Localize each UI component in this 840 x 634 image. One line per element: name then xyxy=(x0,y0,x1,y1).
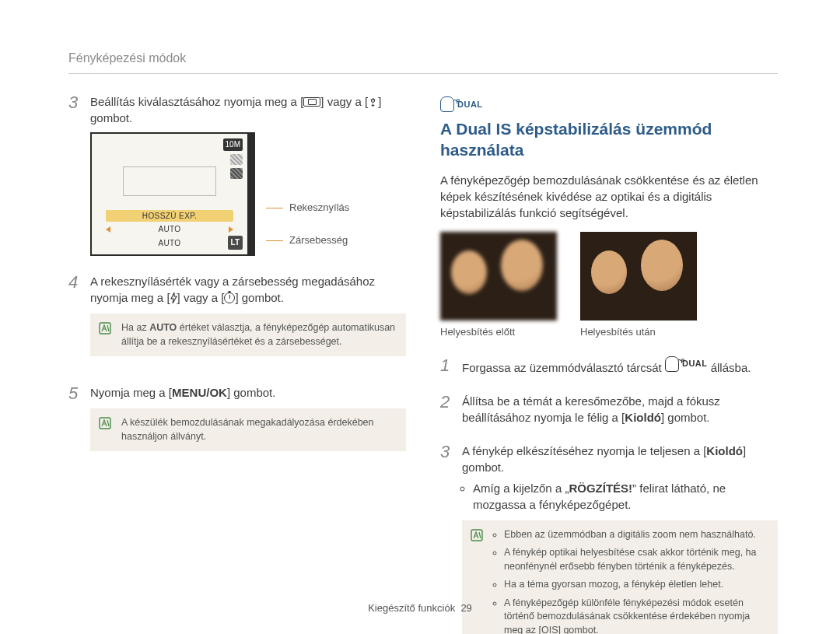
intro-text: A fényképezőgép bemozdulásának csökkenté… xyxy=(440,172,778,221)
footer-label: Kiegészítő funkciók xyxy=(368,602,455,614)
macro-icon xyxy=(368,97,378,107)
text: ] vagy a [ xyxy=(177,291,225,304)
text: Amíg a kijelzőn a „ xyxy=(473,482,569,495)
aperture-value: AUTO xyxy=(159,224,181,235)
before-label: Helyesbítés előtt xyxy=(440,325,557,339)
hand-icon xyxy=(665,356,679,372)
callout-leaders: Rekesznyílás Zársebesség xyxy=(266,132,349,247)
leader-aperture: Rekesznyílás xyxy=(266,201,349,215)
hand-icon xyxy=(440,96,454,112)
text: ] gombot. xyxy=(227,386,276,399)
after-image: Helyesbítés után xyxy=(580,232,697,339)
page-number: 29 xyxy=(460,602,471,614)
step-4: 4 A rekesznyílásérték vagy a zársebesség… xyxy=(68,273,406,370)
note-item: Ebben az üzemmódban a digitális zoom nem… xyxy=(504,528,768,542)
sub-bullets: Amíg a kijelzőn a „RÖGZÍTÉS!” felirat lá… xyxy=(462,480,778,513)
text: Beállítás kiválasztásához nyomja meg a [ xyxy=(90,95,303,108)
flash-icon xyxy=(170,292,177,303)
text-bold: AUTO xyxy=(149,322,177,333)
menu-ok-label: MENU/OK xyxy=(172,386,227,399)
step-number: 5 xyxy=(68,384,82,465)
shutter-row: AUTO xyxy=(106,237,233,250)
r-step-2-text: Állítsa be a témát a keresőmezőbe, majd … xyxy=(462,393,778,426)
sub-bullet: Amíg a kijelzőn a „RÖGZÍTÉS!” felirat lá… xyxy=(473,480,778,513)
quality-icon-2 xyxy=(230,168,243,179)
shutter-key: Kioldó xyxy=(706,444,743,457)
capturing-label: RÖGZÍTÉS! xyxy=(569,482,632,495)
divider xyxy=(68,73,778,74)
lcd-illustration: 10M HOSSZÚ EXP. AUTO xyxy=(90,132,406,256)
arrow-right-icon xyxy=(229,226,233,233)
resolution-badge: 10M xyxy=(223,138,243,151)
step-5: 5 Nyomja meg a [MENU/OK] gombot. A készü… xyxy=(68,384,406,465)
note-auto: Ha az AUTO értéket választja, a fényképe… xyxy=(90,313,406,356)
note-icon xyxy=(98,416,112,430)
shutter-value: AUTO xyxy=(159,238,181,249)
left-steps: 3 Beállítás kiválasztásához nyomja meg a… xyxy=(68,93,406,465)
right-column: DUAL A Dual IS képstabilizálás üzemmód h… xyxy=(440,93,778,580)
step-5-text: Nyomja meg a [MENU/OK] gombot. xyxy=(90,384,406,401)
thumb-after xyxy=(580,232,697,321)
shutter-key: Kioldó xyxy=(625,411,661,424)
breadcrumb: Fényképezési módok xyxy=(68,50,186,67)
note-dual-is: Ebben az üzemmódban a digitális zoom nem… xyxy=(462,520,778,634)
thumb-before xyxy=(440,232,557,321)
left-column: 3 Beállítás kiválasztásához nyomja meg a… xyxy=(68,93,406,580)
r-step-3-text: A fénykép elkészítéséhez nyomja le telje… xyxy=(462,443,778,475)
note-tripod: A készülék bemozdulásának megakadályozás… xyxy=(90,408,406,451)
right-steps: 1 Forgassa az üzemmódválasztó tárcsát DU… xyxy=(440,356,778,634)
step-number: 1 xyxy=(440,356,454,379)
dual-label: DUAL xyxy=(457,99,483,110)
section-heading: DUAL A Dual IS képstabilizálás üzemmód h… xyxy=(440,96,778,161)
step-4-text: A rekesznyílásérték vagy a zársebesség m… xyxy=(90,273,406,306)
mode-label: HOSSZÚ EXP. xyxy=(106,210,233,222)
text: ] vagy a [ xyxy=(320,95,368,108)
dual-mode-icon-inline: DUAL xyxy=(665,356,708,372)
lt-badge: LT xyxy=(228,236,243,250)
dual-label: DUAL xyxy=(682,358,708,370)
text: Nyomja meg a [ xyxy=(90,386,172,399)
note-item: A fénykép optikai helyesbítése csak akko… xyxy=(504,546,768,573)
text: Forgassa az üzemmódválasztó tárcsát xyxy=(462,361,665,374)
step-3: 3 Beállítás kiválasztásához nyomja meg a… xyxy=(68,93,406,259)
focus-frame xyxy=(123,166,216,196)
note-icon xyxy=(98,321,112,335)
note-text: A készülék bemozdulásának megakadályozás… xyxy=(121,417,374,442)
lcd-screen: 10M HOSSZÚ EXP. AUTO xyxy=(90,132,255,256)
text: ] gombot. xyxy=(661,411,710,424)
text: ] gombot. xyxy=(235,291,284,304)
timer-icon xyxy=(224,292,235,303)
leader-shutter: Zársebesség xyxy=(266,233,349,247)
dual-mode-icon: DUAL xyxy=(440,96,483,112)
step-3-text: Beállítás kiválasztásához nyomja meg a [… xyxy=(90,93,406,126)
step-number: 2 xyxy=(440,393,454,429)
step-number: 3 xyxy=(68,93,82,259)
note-icon xyxy=(470,528,484,542)
note-item: Ha a téma gyorsan mozog, a fénykép életl… xyxy=(504,578,768,592)
text: Ha az xyxy=(121,322,149,333)
after-label: Helyesbítés után xyxy=(580,325,697,339)
r-step-2: 2 Állítsa be a témát a keresőmezőbe, maj… xyxy=(440,393,778,429)
step-number: 4 xyxy=(68,273,82,370)
before-image: Helyesbítés előtt xyxy=(440,232,557,339)
page-footer: Kiegészítő funkciók 29 xyxy=(0,601,840,615)
heading-text: A Dual IS képstabilizálás üzemmód haszná… xyxy=(440,118,778,161)
arrow-left-icon xyxy=(106,226,110,233)
comparison-images: Helyesbítés előtt Helyesbítés után xyxy=(440,232,778,339)
r-step-1: 1 Forgassa az üzemmódválasztó tárcsát DU… xyxy=(440,356,778,379)
text: állásba. xyxy=(708,361,751,374)
display-icon xyxy=(303,97,320,107)
quality-icon xyxy=(230,154,243,165)
aperture-row: AUTO xyxy=(106,223,233,236)
text: A fénykép elkészítéséhez nyomja le telje… xyxy=(462,444,706,457)
r-step-1-text: Forgassa az üzemmódválasztó tárcsát DUAL… xyxy=(462,356,778,376)
two-column-layout: 3 Beállítás kiválasztásához nyomja meg a… xyxy=(68,93,778,580)
